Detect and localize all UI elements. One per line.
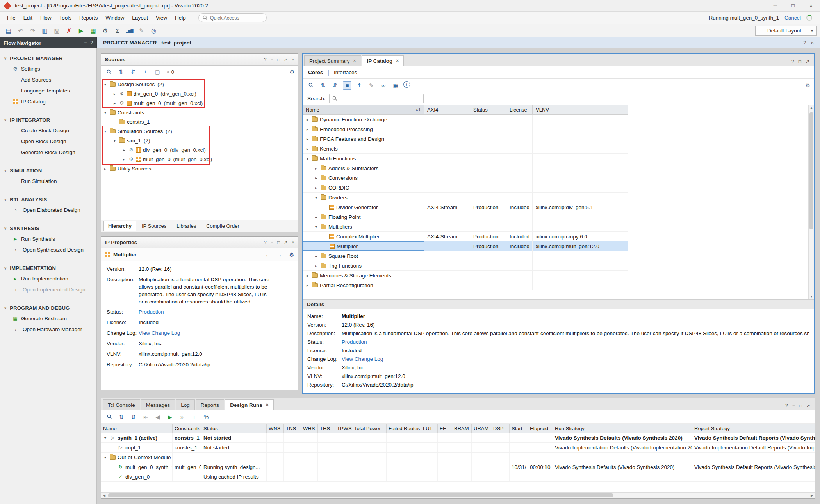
- settings-gear-icon[interactable]: ⚙: [289, 69, 294, 75]
- close-icon[interactable]: ×: [292, 57, 294, 62]
- info-icon[interactable]: i: [403, 81, 410, 88]
- ip-catalog-search-input[interactable]: [340, 96, 412, 101]
- property-link[interactable]: Production: [342, 339, 367, 345]
- column-header-failed-routes[interactable]: Failed Routes: [387, 424, 421, 433]
- section-header-rtl-analysis[interactable]: ∨RTL ANALYSIS: [0, 194, 96, 204]
- scrollbar-track[interactable]: [809, 110, 814, 294]
- close-tab-icon[interactable]: ×: [353, 58, 356, 64]
- settings-icon[interactable]: ⚙: [100, 26, 111, 36]
- tab-ip-sources[interactable]: IP Sources: [137, 221, 171, 231]
- float-icon[interactable]: □: [799, 59, 801, 64]
- section-header-implementation[interactable]: ∨IMPLEMENTATION: [0, 263, 96, 273]
- chevron-down-icon[interactable]: ▾: [103, 82, 108, 87]
- quick-access-input[interactable]: [210, 15, 259, 21]
- maximize-icon[interactable]: ↗: [806, 59, 809, 64]
- column-header-ths[interactable]: THS: [318, 424, 335, 433]
- float-icon[interactable]: □: [799, 403, 802, 408]
- design-run-row-mult-gen-0-synth-1[interactable]: ↻mult_gen_0_synth_1mult_gen_0Running syn…: [101, 462, 815, 472]
- tab-hierarchy[interactable]: Hierarchy: [103, 221, 136, 231]
- source-item-div-gen-0[interactable]: ▸⚙div_gen_0(div_gen_0.xci): [101, 89, 298, 98]
- chevron-down-icon[interactable]: ▾: [103, 455, 108, 460]
- design-run-row-out-of-context-module-runs[interactable]: ▾Out-of-Context Module Runs: [101, 453, 815, 462]
- close-tab-icon[interactable]: ×: [396, 58, 399, 64]
- chevron-right-icon[interactable]: ▸: [103, 167, 108, 171]
- sidebar-item-settings[interactable]: ⚙Settings: [0, 63, 96, 74]
- menu-flow[interactable]: Flow: [36, 13, 55, 23]
- ip-catalog-row-floating-point[interactable]: ▸Floating Point: [303, 212, 628, 222]
- sidebar-item-open-hardware-manager[interactable]: ›Open Hardware Manager: [0, 324, 96, 335]
- scrollbar-track[interactable]: [107, 493, 809, 498]
- ip-catalog-row-adders-subtracters[interactable]: ▸Adders & Subtracters: [303, 163, 628, 173]
- package-ip-icon[interactable]: ▦: [391, 81, 400, 90]
- column-header-wns[interactable]: WNS: [267, 424, 284, 433]
- hierarchy-view-icon[interactable]: ≡: [343, 81, 351, 90]
- ip-catalog-row-dynamic-function-exchange[interactable]: ▸Dynamic Function eXchange: [303, 115, 628, 124]
- search-icon[interactable]: [105, 413, 114, 421]
- maximize-icon[interactable]: ↗: [284, 240, 288, 245]
- open-file-icon[interactable]: ▢: [153, 67, 162, 76]
- design-run-row-synth-1-active[interactable]: ▾▷synth_1 (active)constrs_1Not startedVi…: [101, 433, 815, 443]
- quick-access-search[interactable]: [198, 13, 267, 22]
- property-link[interactable]: View Change Log: [342, 356, 383, 362]
- sidebar-item-open-block-design[interactable]: Open Block Design: [0, 136, 96, 147]
- float-icon[interactable]: □: [277, 57, 280, 62]
- collapse-all-icon[interactable]: ⇅: [117, 67, 125, 76]
- close-icon[interactable]: ×: [292, 240, 294, 245]
- ip-catalog-row-multipliers[interactable]: ▾Multipliers: [303, 222, 628, 232]
- subtab-interfaces[interactable]: Interfaces: [333, 68, 358, 77]
- launch-runs-icon[interactable]: ▶: [166, 413, 174, 421]
- settings-gear-icon[interactable]: ⚙: [289, 252, 294, 258]
- paste-icon[interactable]: ▧: [52, 26, 62, 36]
- menu-reports[interactable]: Reports: [75, 13, 102, 23]
- chevron-right-icon[interactable]: ▸: [305, 117, 310, 122]
- chevron-right-icon[interactable]: ▸: [305, 283, 310, 287]
- menu-help[interactable]: Help: [171, 13, 190, 23]
- close-tab-icon[interactable]: ×: [266, 402, 269, 408]
- chevron-down-icon[interactable]: ▾: [314, 195, 319, 200]
- redo-icon[interactable]: ↷: [27, 26, 38, 36]
- section-header-program-and-debug[interactable]: ∨PROGRAM AND DEBUG: [0, 303, 96, 313]
- maximize-icon[interactable]: ↗: [284, 57, 288, 62]
- layout-selector[interactable]: Default Layout ▾: [755, 26, 817, 36]
- source-item-constraints[interactable]: ▾Constraints: [101, 108, 298, 117]
- sidebar-item-run-simulation[interactable]: Run Simulation: [0, 176, 96, 186]
- column-header-bram[interactable]: BRAM: [452, 424, 472, 433]
- scrollbar-thumb[interactable]: [108, 493, 613, 497]
- ip-catalog-row-kernels[interactable]: ▸Kernels: [303, 144, 628, 154]
- subtab-cores[interactable]: Cores: [307, 68, 324, 77]
- minimize-window-button[interactable]: ─: [766, 0, 784, 12]
- column-header-whs[interactable]: WHS: [301, 424, 318, 433]
- column-header-tns[interactable]: TNS: [284, 424, 301, 433]
- dock-icon[interactable]: ≡: [84, 40, 87, 46]
- sidebar-item-add-sources[interactable]: Add Sources: [0, 74, 96, 85]
- sidebar-item-create-block-design[interactable]: Create Block Design: [0, 125, 96, 136]
- help-icon[interactable]: ?: [803, 40, 806, 46]
- tab-log[interactable]: Log: [176, 399, 195, 410]
- section-header-synthesis[interactable]: ∨SYNTHESIS: [0, 223, 96, 233]
- chevron-right-icon[interactable]: ▸: [121, 148, 127, 152]
- vertical-scrollbar[interactable]: ▲ ▼: [808, 105, 814, 299]
- column-header-tpws[interactable]: TPWS: [335, 424, 352, 433]
- horizontal-scrollbar[interactable]: ◀ ▶: [101, 492, 815, 498]
- ip-catalog-row-fpga-features-and-design[interactable]: ▸FPGA Features and Design: [303, 134, 628, 144]
- ip-catalog-row-conversions[interactable]: ▸Conversions: [303, 173, 628, 183]
- toggle-percent-icon[interactable]: %: [202, 413, 210, 421]
- expand-all-icon[interactable]: ⇵: [129, 67, 137, 76]
- menu-view[interactable]: View: [152, 13, 171, 23]
- step-back-icon[interactable]: ◀: [153, 413, 162, 421]
- tab-libraries[interactable]: Libraries: [172, 221, 201, 231]
- column-header-status[interactable]: Status: [201, 424, 267, 433]
- scroll-up-icon[interactable]: ▲: [810, 105, 813, 110]
- maximize-icon[interactable]: ↗: [806, 403, 810, 408]
- ip-catalog-row-embedded-processing[interactable]: ▸Embedded Processing: [303, 124, 628, 134]
- chevron-down-icon[interactable]: ▾: [305, 156, 310, 161]
- help-icon[interactable]: ?: [785, 403, 788, 408]
- delete-icon[interactable]: ✗: [64, 26, 74, 36]
- column-header-run-strategy[interactable]: Run Strategy: [553, 424, 692, 433]
- chevron-right-icon[interactable]: ▸: [314, 176, 319, 180]
- tab-compile-order[interactable]: Compile Order: [201, 221, 244, 231]
- property-link[interactable]: Production: [139, 309, 164, 316]
- scroll-down-icon[interactable]: ▼: [810, 294, 813, 299]
- tab-tcl-console[interactable]: Tcl Console: [103, 399, 140, 410]
- ip-catalog-row-partial-reconfiguration[interactable]: ▸Partial Reconfiguration: [303, 280, 628, 290]
